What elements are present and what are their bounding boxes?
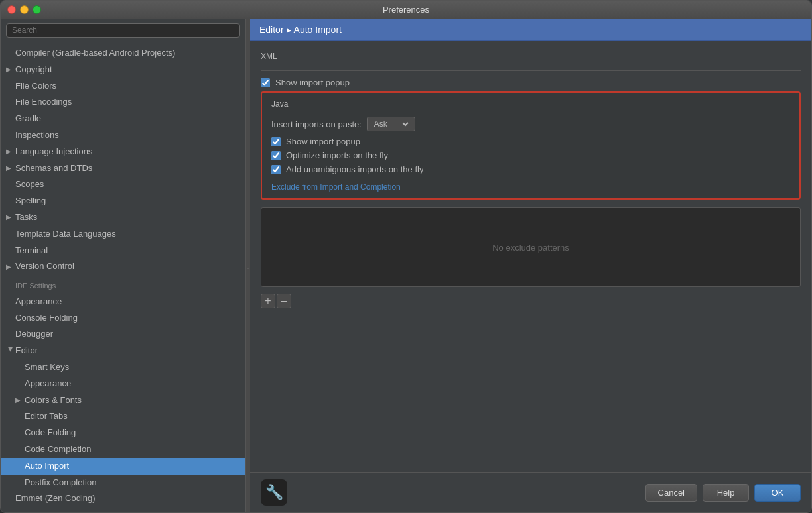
- sidebar-item-label: Editor Tabs: [25, 410, 68, 424]
- main-panel: Editor ▸ Auto Import XML Show import pop…: [250, 19, 811, 512]
- search-input[interactable]: [6, 23, 240, 38]
- arrow-icon: ▶: [15, 395, 25, 406]
- sidebar-item-emmet[interactable]: Emmet (Zen Coding): [1, 490, 245, 507]
- sidebar-item-editor-tabs[interactable]: Editor Tabs: [1, 408, 245, 425]
- xml-divider: [261, 70, 801, 71]
- sidebar-item-file-colors[interactable]: File Colors: [1, 78, 245, 95]
- sidebar-item-label: Tasks: [15, 211, 37, 225]
- optimize-imports-label: Optimize imports on the fly: [286, 150, 388, 160]
- sidebar-item-external-diff-tools[interactable]: External Diff Tools: [1, 507, 245, 512]
- xml-show-import-popup-row: Show import popup: [261, 78, 801, 87]
- sidebar-item-label: Version Control: [15, 260, 74, 274]
- minimize-button[interactable]: [20, 5, 29, 14]
- sidebar-item-console-folding[interactable]: Console Folding: [1, 310, 245, 327]
- sidebar-item-label: Editor: [15, 344, 38, 358]
- sidebar-item-label: Scopes: [15, 178, 44, 192]
- sidebar-item-label: Emmet (Zen Coding): [15, 492, 96, 506]
- sidebar-item-code-completion[interactable]: Code Completion: [1, 441, 245, 458]
- sidebar-item-label: Appearance: [15, 295, 62, 309]
- sidebar-item-label: Spelling: [15, 194, 46, 208]
- app-icon: 🔧: [261, 479, 287, 506]
- sidebar-item-label: File Colors: [15, 80, 56, 93]
- sidebar-item-language-injections[interactable]: ▶ Language Injections: [1, 144, 245, 160]
- sidebar-item-smart-keys[interactable]: Smart Keys: [1, 359, 245, 376]
- sidebar-item-label: Inspections: [15, 129, 59, 142]
- sidebar-item-label: Console Folding: [15, 312, 78, 325]
- close-button[interactable]: [7, 5, 16, 14]
- breadcrumb-separator: ▸: [287, 25, 291, 35]
- sidebar-item-gradle[interactable]: Gradle: [1, 111, 245, 127]
- add-unambiguous-checkbox[interactable]: [271, 165, 281, 174]
- remove-pattern-button[interactable]: –: [277, 294, 291, 308]
- java-section-label: Java: [271, 99, 790, 111]
- xml-section-label: XML: [261, 52, 801, 64]
- breadcrumb: Editor ▸ Auto Import: [259, 25, 802, 35]
- sidebar-item-label: Debugger: [15, 327, 53, 341]
- insert-imports-select[interactable]: Ask Always Never: [372, 119, 411, 129]
- add-remove-bar: + –: [261, 294, 801, 308]
- sidebar-item-code-folding[interactable]: Code Folding: [1, 425, 245, 441]
- add-pattern-button[interactable]: +: [261, 294, 275, 308]
- sidebar-item-label: Template Data Languages: [15, 227, 116, 241]
- sidebar-item-appearance2[interactable]: Appearance: [1, 376, 245, 392]
- sidebar-item-label: Terminal: [15, 244, 48, 258]
- sidebar-item-scopes[interactable]: Scopes: [1, 176, 245, 193]
- sidebar-item-label: Smart Keys: [25, 361, 69, 374]
- sidebar-item-auto-import[interactable]: Auto Import: [1, 458, 245, 475]
- exclude-link[interactable]: Exclude from Import and Completion: [271, 182, 401, 192]
- sidebar-item-file-encodings[interactable]: File Encodings: [1, 94, 245, 111]
- sidebar-item-tasks[interactable]: ▶ Tasks: [1, 209, 245, 226]
- panel-header: Editor ▸ Auto Import: [250, 19, 811, 41]
- search-bar: [1, 19, 245, 42]
- sidebar-item-label: Schemas and DTDs: [15, 162, 92, 176]
- exclude-patterns-box: No exclude patterns: [261, 207, 801, 287]
- sidebar-item-label: Copyright: [15, 63, 52, 77]
- sidebar-item-label: Auto Import: [25, 459, 69, 473]
- ok-button[interactable]: OK: [754, 484, 801, 502]
- section-header-label: IDE Settings: [15, 280, 56, 292]
- sidebar-item-terminal[interactable]: Terminal: [1, 243, 245, 259]
- add-unambiguous-label: Add unambiguous imports on the fly: [286, 164, 423, 174]
- optimize-imports-row: Optimize imports on the fly: [271, 150, 790, 160]
- breadcrumb-part-editor: Editor: [259, 25, 284, 35]
- maximize-button[interactable]: [33, 5, 41, 14]
- java-show-import-popup-checkbox[interactable]: [271, 137, 281, 146]
- sidebar-item-label: Language Injections: [15, 145, 92, 159]
- sidebar-item-appearance[interactable]: Appearance: [1, 294, 245, 310]
- sidebar-item-template-data-languages[interactable]: Template Data Languages: [1, 226, 245, 243]
- arrow-icon: ▶: [6, 163, 15, 174]
- sidebar-item-colors-fonts[interactable]: ▶ Colors & Fonts: [1, 392, 245, 409]
- add-unambiguous-row: Add unambiguous imports on the fly: [271, 164, 790, 174]
- sidebar-item-spelling[interactable]: Spelling: [1, 193, 245, 209]
- sidebar-item-copyright[interactable]: ▶ Copyright: [1, 62, 245, 78]
- help-button[interactable]: Help: [703, 484, 749, 502]
- sidebar-item-label: File Encodings: [15, 95, 72, 109]
- sidebar-item-label: Compiler (Gradle-based Android Projects): [15, 46, 175, 60]
- breadcrumb-part-auto-import: Auto Import: [294, 25, 342, 35]
- sidebar-item-editor[interactable]: ▶ Editor: [1, 343, 245, 359]
- main-content: Compiler (Gradle-based Android Projects)…: [1, 19, 811, 512]
- sidebar-item-label: Colors & Fonts: [25, 394, 82, 408]
- panel-content: XML Show import popup Java Insert import…: [250, 41, 811, 472]
- sidebar-item-debugger[interactable]: Debugger: [1, 326, 245, 343]
- arrow-icon: ▶: [6, 212, 15, 223]
- sidebar-item-version-control[interactable]: ▶ Version Control: [1, 258, 245, 275]
- sidebar-item-label: Code Completion: [25, 443, 91, 457]
- sidebar-item-postfix-completion[interactable]: Postfix Completion: [1, 475, 245, 491]
- insert-imports-dropdown[interactable]: Ask Always Never: [367, 117, 415, 131]
- cancel-button[interactable]: Cancel: [645, 484, 697, 502]
- insert-imports-row: Insert imports on paste: Ask Always Neve…: [271, 117, 790, 131]
- arrow-icon: ▶: [6, 262, 15, 272]
- sidebar-item-label: Postfix Completion: [25, 476, 96, 490]
- java-show-import-popup-label: Show import popup: [286, 137, 360, 146]
- optimize-imports-checkbox[interactable]: [271, 151, 281, 160]
- title-bar-buttons: [7, 5, 41, 14]
- title-bar: Preferences: [1, 1, 811, 19]
- footer: 🔧 Cancel Help OK: [250, 472, 811, 512]
- sidebar-item-label: Code Folding: [25, 426, 76, 440]
- sidebar-item-compiler[interactable]: Compiler (Gradle-based Android Projects): [1, 45, 245, 62]
- sidebar-item-inspections[interactable]: Inspections: [1, 127, 245, 144]
- sidebar-item-schemas-dtds[interactable]: ▶ Schemas and DTDs: [1, 160, 245, 177]
- xml-show-import-popup-checkbox[interactable]: [261, 78, 270, 87]
- xml-show-import-popup-label: Show import popup: [275, 78, 350, 87]
